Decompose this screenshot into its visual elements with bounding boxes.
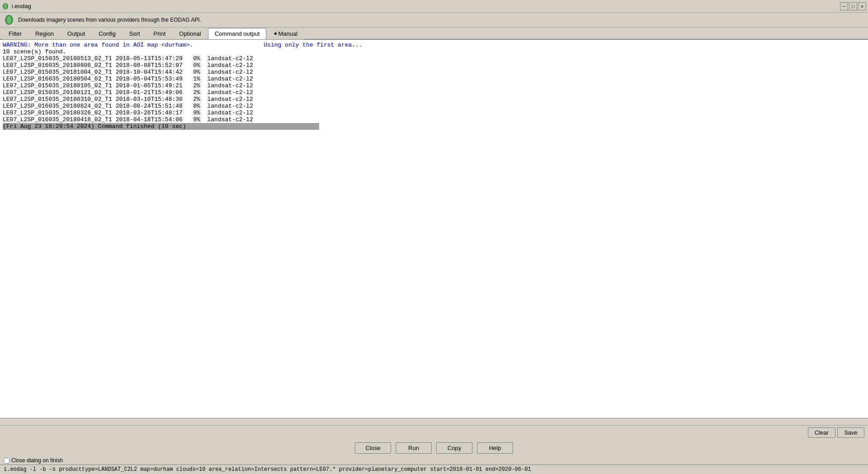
- horizontal-scrollbar[interactable]: [0, 418, 868, 425]
- output-line: LE07_L2SP_015035_20181004_02_T1 2018-10-…: [3, 69, 865, 76]
- output-line: LE07_L2SP_016035_20180824_02_T1 2018-08-…: [3, 103, 865, 109]
- close-dialog-label[interactable]: Close dialog on finish: [4, 457, 63, 464]
- content-area: WARNING: More than one area found in AOI…: [0, 40, 868, 418]
- output-line: LE07_L2SP_016035_20180808_02_T1 2018-08-…: [3, 62, 865, 69]
- svg-point-1: [4, 4, 7, 9]
- finished-line: (Fri Aug 23 18:29:54 2024) Command finis…: [3, 123, 865, 130]
- help-button[interactable]: Help: [477, 442, 513, 454]
- tab-sort[interactable]: Sort: [123, 28, 147, 39]
- warning-line: WARNING: More than one area found in AOI…: [3, 42, 865, 48]
- save-button[interactable]: Save: [837, 427, 864, 438]
- app-icon: [2, 3, 9, 10]
- title-bar: i.eodag − □ ×: [0, 0, 868, 13]
- close-dialog-bar: Close dialog on finish: [0, 456, 868, 465]
- title-bar-left: i.eodag: [2, 3, 31, 10]
- close-dialog-text: Close dialog on finish: [11, 457, 63, 464]
- header-bar: Downloads imagery scenes from various pr…: [0, 13, 868, 28]
- output-line: LE07_L2SP_015035_20180310_02_T1 2018-03-…: [3, 96, 865, 103]
- bottom-actions: Clear Save: [0, 425, 868, 440]
- output-text-area[interactable]: WARNING: More than one area found in AOI…: [0, 40, 868, 418]
- header-description: Downloads imagery scenes from various pr…: [18, 17, 201, 23]
- output-line: LE07_L2SP_015035_20180513_02_T1 2018-05-…: [3, 55, 865, 62]
- tab-region[interactable]: Region: [28, 28, 61, 39]
- tab-print[interactable]: Print: [147, 28, 173, 39]
- output-line: LE07_L2SP_016035_20180418_02_T1 2018-04-…: [3, 116, 865, 123]
- maximize-button[interactable]: □: [849, 2, 857, 10]
- close-button[interactable]: ×: [858, 2, 866, 10]
- grass-icon: [4, 14, 14, 25]
- tab-output[interactable]: Output: [61, 28, 92, 39]
- output-line: LE07_L2SP_016035_20180504_02_T1 2018-05-…: [3, 76, 865, 82]
- tab-command-output[interactable]: Command output: [208, 28, 267, 39]
- output-line: LE07_L2SP_015035_20180121_02_T1 2018-01-…: [3, 89, 865, 96]
- svg-point-3: [7, 16, 11, 24]
- footer-buttons: Close Run Copy Help: [0, 440, 868, 456]
- run-button[interactable]: Run: [396, 442, 432, 454]
- copy-button[interactable]: Copy: [436, 442, 472, 454]
- command-line-bar: i.eodag -l -b -s producttype=LANDSAT_C2L…: [0, 465, 868, 474]
- tab-filter[interactable]: Filter: [2, 28, 28, 39]
- tab-bar: Filter Region Output Config Sort Print O…: [0, 28, 868, 40]
- tab-config[interactable]: Config: [92, 28, 123, 39]
- title-bar-controls: − □ ×: [840, 2, 866, 10]
- close-dialog-checkbox[interactable]: [4, 458, 9, 464]
- output-line: 10 scene(s) found.: [3, 48, 865, 55]
- minimize-button[interactable]: −: [840, 2, 848, 10]
- output-line: LE07_L2SP_015035_20180326_02_T1 2018-03-…: [3, 109, 865, 116]
- clear-button[interactable]: Clear: [808, 427, 835, 438]
- tab-manual[interactable]: ✦Manual: [266, 28, 304, 39]
- window-title: i.eodag: [12, 3, 31, 9]
- output-line: LE07_L2SP_015035_20180105_02_T1 2018-01-…: [3, 82, 865, 89]
- close-button[interactable]: Close: [355, 442, 391, 454]
- tab-optional[interactable]: Optional: [172, 28, 208, 39]
